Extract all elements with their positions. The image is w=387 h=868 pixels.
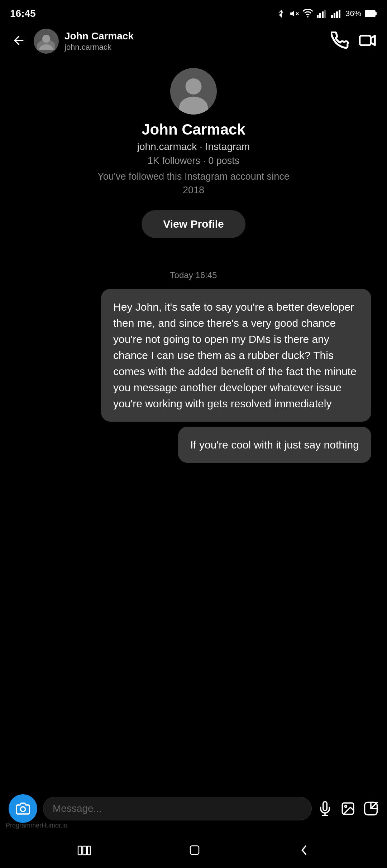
svg-point-15 (42, 35, 50, 43)
svg-rect-13 (376, 12, 377, 15)
profile-name: John Carmack (142, 121, 245, 138)
message-bubble-2: If you're cool with it just say nothing (178, 427, 371, 463)
svg-rect-7 (331, 15, 333, 18)
date-separator: Today 16:45 (9, 270, 378, 280)
header-info: John Carmack john.carmack (64, 30, 331, 52)
svg-point-18 (20, 807, 25, 811)
header-username: john.carmack (64, 43, 331, 52)
header-name: John Carmack (64, 30, 331, 42)
header-avatar[interactable] (34, 29, 59, 54)
image-button[interactable] (340, 801, 355, 816)
input-icons (317, 801, 378, 816)
avatar-image (34, 29, 59, 54)
signal-icon (317, 9, 328, 18)
battery-icon (365, 10, 377, 18)
svg-rect-6 (324, 10, 326, 18)
view-profile-button[interactable]: View Profile (142, 210, 245, 238)
message-placeholder: Message... (53, 803, 302, 814)
avatar-shape (170, 68, 217, 115)
svg-rect-4 (319, 13, 321, 18)
status-bar: 16:45 (0, 0, 387, 25)
profile-section: John Carmack john.carmack · Instagram 1K… (0, 57, 387, 252)
svg-rect-24 (78, 846, 82, 855)
profile-follow-info: You've followed this Instagram account s… (86, 170, 301, 197)
message-input-wrapper[interactable]: Message... (43, 797, 312, 820)
svg-rect-12 (366, 11, 371, 16)
profile-stats: 1K followers · 0 posts (148, 155, 240, 166)
header-actions (331, 31, 378, 51)
profile-username-instagram: john.carmack · Instagram (137, 141, 250, 152)
mute-icon (290, 9, 299, 18)
camera-button[interactable] (9, 794, 37, 823)
message-text-1: Hey John, it's safe to say you're a bett… (113, 301, 357, 409)
svg-rect-26 (87, 846, 90, 855)
svg-rect-25 (83, 846, 86, 855)
svg-point-22 (345, 805, 347, 807)
back-button[interactable] (9, 30, 29, 52)
svg-rect-9 (336, 11, 338, 18)
svg-point-2 (307, 16, 309, 18)
wifi-icon (302, 9, 313, 18)
profile-avatar (170, 68, 217, 115)
recent-apps-button[interactable] (77, 844, 91, 856)
header: John Carmack john.carmack (0, 25, 387, 57)
messages-area: Today 16:45 Hey John, it's safe to say y… (0, 252, 387, 475)
home-button[interactable] (187, 843, 202, 857)
svg-rect-10 (339, 10, 340, 18)
bluetooth-icon (277, 9, 286, 18)
message-bubble-1: Hey John, it's safe to say you're a bett… (101, 289, 371, 422)
back-nav-button[interactable] (298, 843, 310, 857)
bottom-nav (0, 832, 387, 868)
sticker-button[interactable] (363, 801, 378, 816)
svg-rect-5 (322, 11, 324, 18)
status-time: 16:45 (10, 8, 36, 19)
svg-rect-17 (360, 36, 371, 45)
svg-rect-8 (334, 13, 335, 18)
message-text-2: If you're cool with it just say nothing (190, 439, 359, 451)
svg-rect-27 (190, 846, 199, 854)
call-button[interactable] (331, 31, 349, 51)
svg-rect-3 (317, 15, 319, 18)
signal-icon-2 (331, 9, 342, 18)
watermark: ProgrammerHumor.io (6, 822, 67, 829)
messages-container: Hey John, it's safe to say you're a bett… (9, 289, 378, 468)
microphone-button[interactable] (317, 801, 333, 816)
status-icons: 36% (277, 9, 377, 18)
battery-percent: 36% (345, 9, 361, 18)
video-button[interactable] (359, 31, 378, 51)
